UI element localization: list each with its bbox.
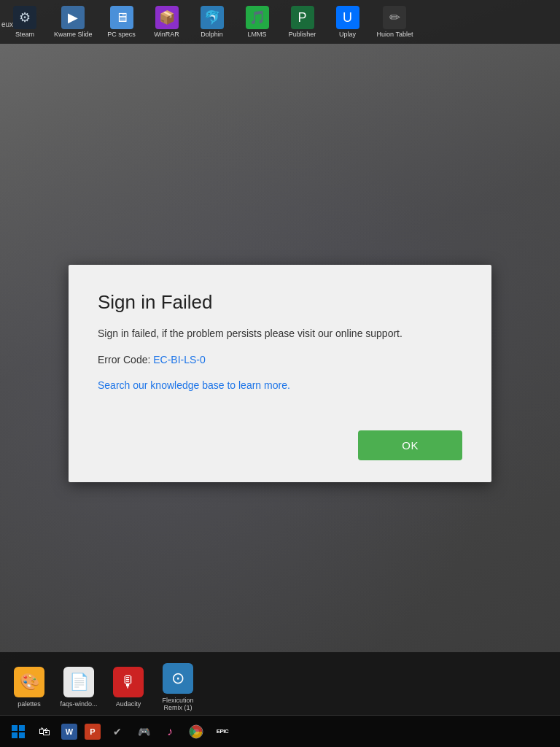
- dialog-error-line: Error Code: EC-BI-LS-0: [98, 354, 462, 365]
- audacity-label: Audacity: [116, 700, 141, 708]
- flexicution-icon: ⊙: [163, 663, 193, 694]
- faqs-label: faqs-windo...: [60, 700, 97, 708]
- palettes-icon: 🎨: [14, 667, 44, 697]
- dialog-message: Sign in failed, if the problem persists …: [98, 327, 462, 341]
- svg-rect-2: [12, 732, 18, 738]
- svg-rect-1: [19, 725, 25, 731]
- sign-in-failed-dialog: Sign in Failed Sign in failed, if the pr…: [69, 265, 491, 483]
- bottom-icon-flexicution[interactable]: ⊙ Flexicution Remix (1): [155, 663, 201, 711]
- store-tray-icon[interactable]: 🛍: [35, 722, 54, 741]
- svg-rect-3: [19, 732, 25, 738]
- bottom-icon-palettes[interactable]: 🎨 palettes: [6, 667, 52, 708]
- dialog-actions: OK: [98, 430, 462, 460]
- audacity-icon: 🎙: [113, 667, 144, 697]
- ok-button[interactable]: OK: [358, 430, 462, 460]
- faqs-icon: 📄: [63, 667, 94, 697]
- gamepad-tray-icon[interactable]: 🎮: [134, 722, 153, 741]
- bottom-icon-tray: 🎨 palettes 📄 faqs-windo... 🎙 Audacity ⊙ …: [0, 652, 560, 718]
- palettes-label: palettes: [18, 700, 41, 708]
- bottom-icon-faqs[interactable]: 📄 faqs-windo...: [55, 667, 102, 708]
- desktop: eux ⚙ Steam ▶ Kwame Slide 🖥 PC specs 📦 W…: [0, 0, 560, 747]
- error-code: EC-BI-LS-0: [153, 354, 206, 365]
- knowledge-base-link[interactable]: Search our knowledge base to learn more.: [98, 379, 290, 391]
- error-label: Error Code:: [98, 354, 150, 365]
- word-tray-icon[interactable]: W: [61, 724, 77, 740]
- epic-tray-icon[interactable]: EPIC: [213, 722, 232, 741]
- chrome-tray-icon[interactable]: [187, 722, 206, 741]
- flexicution-label: Flexicution Remix (1): [162, 697, 193, 711]
- taskbar-bottom: 🎨 palettes 📄 faqs-windo... 🎙 Audacity ⊙ …: [0, 652, 560, 747]
- bottom-icon-audacity[interactable]: 🎙 Audacity: [105, 667, 152, 708]
- dialog-overlay: Sign in Failed Sign in failed, if the pr…: [0, 0, 560, 747]
- powerpoint-tray-icon[interactable]: P: [85, 724, 101, 740]
- svg-rect-0: [12, 725, 18, 731]
- system-tray: 🛍 W P ✔ 🎮 ♪ EPIC: [0, 715, 560, 747]
- music-tray-icon[interactable]: ♪: [160, 722, 179, 741]
- check-tray-icon[interactable]: ✔: [108, 722, 127, 741]
- dialog-title: Sign in Failed: [98, 291, 462, 314]
- start-button[interactable]: [9, 722, 28, 741]
